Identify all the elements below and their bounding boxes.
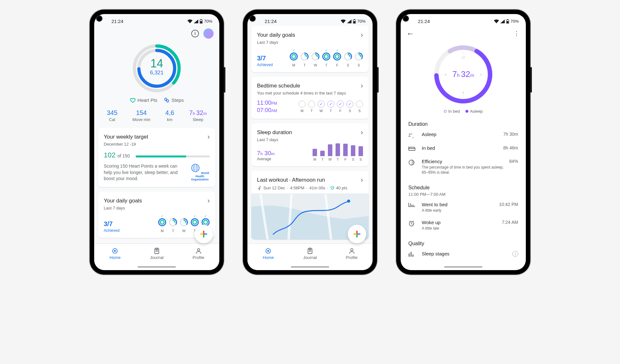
svg-point-55: [335, 55, 339, 58]
bedtime-schedule-card[interactable]: Bedtime schedule › You met your schedule…: [251, 77, 369, 119]
svg-text:12: 12: [462, 56, 465, 59]
nav-home[interactable]: Home: [247, 244, 289, 264]
fab-add-button[interactable]: [194, 225, 213, 243]
nav-journal[interactable]: Journal: [289, 244, 331, 264]
sleep-bar: T: [320, 151, 325, 161]
profile-icon: [195, 247, 202, 254]
phone-1: 21:24 70% i: [90, 10, 224, 275]
phone-3: 21:24 70% ← ⋮: [396, 10, 530, 275]
back-button[interactable]: ←: [406, 29, 414, 38]
chevron-right-icon: ›: [361, 128, 363, 137]
bottom-nav: Home Journal Profile: [94, 243, 219, 264]
chevron-right-icon: ›: [361, 82, 363, 90]
chevron-right-icon: ›: [361, 176, 363, 184]
svg-point-64: [347, 200, 350, 203]
svg-text:3: 3: [480, 73, 481, 76]
metric-cal[interactable]: 345 Cal: [107, 109, 117, 122]
day-indicator: ✓ T: [322, 49, 330, 67]
nav-profile[interactable]: Profile: [331, 244, 373, 264]
svg-text:6: 6: [462, 91, 464, 94]
svg-point-32: [114, 250, 116, 252]
row-woke-up[interactable]: Woke up A little late 7:24 AM: [408, 216, 518, 234]
info-icon[interactable]: i: [512, 251, 518, 257]
more-menu-icon[interactable]: ⋮: [514, 30, 520, 37]
bed-icon: [408, 145, 417, 152]
svg-text:14: 14: [150, 57, 163, 70]
svg-point-26: [191, 219, 198, 226]
svg-point-52: [324, 55, 328, 58]
legend-asleep: Asleep: [465, 109, 483, 114]
day-indicator: S: [344, 49, 352, 67]
svg-point-43: [292, 55, 296, 58]
bedtime-day: S: [356, 101, 363, 113]
alarm-icon: [408, 220, 417, 228]
bedtime-day: T: [308, 101, 315, 113]
chevron-right-icon: ›: [361, 31, 363, 39]
svg-rect-73: [507, 19, 508, 20]
journal-icon: [153, 247, 160, 254]
signal-icon: [500, 19, 505, 23]
row-sleep-stages[interactable]: Sleep stages i: [408, 248, 518, 261]
legend-steps: Steps: [164, 97, 184, 103]
sleep-bar: F: [343, 144, 348, 161]
status-bar: 21:24 70%: [247, 14, 373, 26]
bedtime-day: ✓ W: [318, 101, 325, 113]
camera-hole: [403, 15, 409, 22]
row-in-bed[interactable]: In bed 8h 46m: [408, 142, 518, 155]
svg-point-54: [334, 53, 341, 60]
svg-rect-39: [354, 19, 355, 20]
sleep-bar: S: [359, 146, 363, 161]
sleep-zzz-icon: zzz: [408, 132, 417, 139]
bedtime-day: M: [299, 101, 306, 113]
status-bar: 21:24 70%: [94, 14, 219, 26]
svg-point-62: [260, 186, 261, 187]
svg-point-21: [171, 220, 175, 224]
sleep-duration-card[interactable]: Sleep duration › Last 7 days 7h 30m Aver…: [251, 123, 369, 166]
signal-icon: [347, 19, 352, 23]
legend-in-bed: In bed: [444, 109, 460, 114]
sleep-clock-chart: 12 3 6 9 7h 32m: [431, 42, 495, 106]
profile-avatar[interactable]: [203, 28, 214, 39]
metric-move-min[interactable]: 154 Move min: [132, 109, 150, 122]
fab-add-button[interactable]: [348, 225, 366, 243]
info-icon[interactable]: i: [191, 30, 199, 37]
signal-icon: [194, 19, 198, 23]
battery-icon: [506, 19, 509, 24]
svg-rect-92: [412, 254, 413, 257]
nav-profile[interactable]: Profile: [178, 244, 219, 264]
svg-point-30: [204, 220, 208, 224]
bars-icon: [408, 251, 417, 258]
sleep-bar: T: [336, 143, 340, 161]
svg-point-37: [197, 249, 200, 251]
camera-hole: [96, 15, 102, 22]
svg-text:7h 32m: 7h 32m: [452, 69, 474, 79]
svg-point-71: [351, 249, 353, 251]
svg-point-18: [160, 220, 164, 224]
svg-point-10: [167, 100, 169, 102]
row-went-to-bed[interactable]: Went to bed A little early 10:42 PM: [408, 199, 518, 216]
svg-text:9: 9: [445, 73, 446, 76]
svg-rect-2: [200, 21, 202, 23]
status-time: 21:24: [111, 19, 124, 24]
day-indicator: ✓ F: [333, 49, 341, 67]
svg-point-61: [357, 55, 361, 58]
daily-goals-card[interactable]: Your daily goals › Last 7 days 3/7 Achie…: [251, 26, 369, 72]
svg-rect-91: [411, 252, 412, 257]
lay-down-icon: [408, 202, 417, 208]
svg-rect-74: [507, 21, 509, 23]
activity-ring[interactable]: 14 6,321: [98, 40, 215, 97]
row-asleep[interactable]: zzz Asleep 7h 30m: [408, 128, 518, 142]
row-efficiency[interactable]: Efficiency The percentage of time in bed…: [408, 155, 518, 179]
nav-journal[interactable]: Journal: [136, 244, 178, 264]
weekly-target-card[interactable]: Your weekly target › December 12 -19 102…: [98, 128, 215, 187]
svg-point-66: [268, 250, 269, 252]
heart-icon: [330, 186, 334, 190]
metric-sleep[interactable]: 7h 32m Sleep: [189, 109, 207, 122]
sleep-bar: W: [328, 144, 332, 161]
svg-rect-90: [409, 254, 410, 257]
metric-km[interactable]: 4,6 km: [165, 109, 174, 122]
day-indicator: W: [311, 49, 320, 67]
nav-home[interactable]: Home: [94, 244, 136, 264]
camera-hole: [249, 15, 256, 22]
svg-point-17: [159, 219, 166, 226]
